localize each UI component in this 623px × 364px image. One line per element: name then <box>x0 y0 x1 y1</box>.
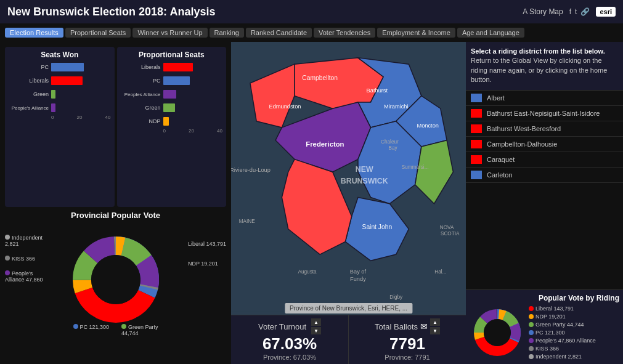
tab-election-results[interactable]: Election Results <box>5 28 63 38</box>
bar-row-green: Green <box>9 90 111 99</box>
svg-text:Saint John: Saint John <box>362 224 393 230</box>
pop-vote-area: Liberal 143,791 NDP 19,201 Green Party 4… <box>470 305 619 360</box>
label-liberal-right: Liberal 143,791 <box>188 241 226 247</box>
bar-container-green <box>51 90 111 99</box>
pop-vote-title: Popular Vote by Riding <box>470 294 619 302</box>
svg-text:Bay: Bay <box>388 145 397 151</box>
bar-label-peoples-alliance: People's Alliance <box>9 105 49 111</box>
riding-item-bathurst-west[interactable]: Bathurst West-Beresford <box>466 121 623 137</box>
tab-winner-runner-up[interactable]: Winner vs Runner Up <box>132 28 207 38</box>
svg-text:Hal...: Hal... <box>434 269 446 275</box>
left-panel: Seats Won PC Liberals <box>0 42 231 364</box>
scroll-up-btn[interactable]: ▲ ▼ <box>311 318 321 334</box>
legend-label-independent: Independent 2,821 <box>535 354 582 360</box>
legend-dot-peoples <box>529 338 534 343</box>
riding-item-carleton[interactable]: Carleton <box>466 168 623 183</box>
riding-instructions-normal: Return to the Global View by clicking on… <box>471 57 607 83</box>
tab-ranking[interactable]: Ranking <box>210 28 244 38</box>
svg-text:Campbellton: Campbellton <box>302 75 338 81</box>
bar-peoples-prop <box>163 90 177 99</box>
popular-vote-by-riding: Popular Vote by Riding Liberal 143,791 <box>466 289 623 364</box>
riding-item-albert[interactable]: Albert <box>466 91 623 106</box>
twitter-icon[interactable]: t <box>575 7 577 16</box>
proportional-seats-bars: Liberals PC Peoples Alliance <box>121 63 223 126</box>
bar-row-liberals: Liberals <box>9 76 111 85</box>
seats-won-title: Seats Won <box>9 51 111 59</box>
legend-dot-independent <box>529 354 534 359</box>
legend-label-ndp: NDP 19,201 <box>535 313 566 320</box>
svg-text:Moncton: Moncton <box>417 123 438 129</box>
header-right: A Story Map f t 🔗 esri <box>523 7 616 17</box>
pop-vote-donut <box>470 305 525 360</box>
bar-label-pc-prop: PC <box>121 78 161 84</box>
bar-label-green: Green <box>9 91 49 97</box>
charts-top: Seats Won PC Liberals <box>5 47 226 207</box>
legend-label-green: Green Party 44,744 <box>535 322 584 328</box>
legend-independent: Independent 2,821 <box>529 354 596 360</box>
map-area: ⌂ ⛶ ▦ Campbellton <box>231 42 466 364</box>
prop-axis-20: 20 <box>189 128 194 134</box>
svg-text:Bathurst: Bathurst <box>367 87 388 94</box>
bar-label-peoples-prop: Peoples Alliance <box>121 92 161 97</box>
map-bottom: Voter Turnout ▲ ▼ 67.03% Province: 67.03… <box>231 315 466 364</box>
riding-color-bathurst-west <box>471 124 482 133</box>
bar-row-green-prop: Green <box>121 103 223 112</box>
legend-peoples: People's 47,860 Alliance <box>529 338 596 344</box>
tab-age-language[interactable]: Age and Language <box>457 28 524 38</box>
tab-voter-tendencies[interactable]: Voter Tendencies <box>314 28 375 38</box>
pop-vote-legend: Liberal 143,791 NDP 19,201 Green Party 4… <box>529 305 596 360</box>
riding-name-caraquet: Caraquet <box>487 156 515 163</box>
prop-axis-40: 40 <box>217 128 222 134</box>
legend-dot-liberal <box>529 306 534 311</box>
legend-label-peoples: People's 47,860 Alliance <box>535 338 596 344</box>
header: New Brunswick Election 2018: Analysis A … <box>0 0 623 23</box>
bar-row-pc-prop: PC <box>121 76 223 85</box>
riding-instructions: Select a riding district from the list b… <box>466 42 623 91</box>
voter-turnout-value: 67.03% <box>263 334 317 354</box>
tab-employment-income[interactable]: Employment & Income <box>377 28 455 38</box>
right-panel: Select a riding district from the list b… <box>466 42 623 364</box>
riding-name-albert: Albert <box>487 94 505 102</box>
legend-pc: PC 121,300 <box>529 330 596 336</box>
page-title: New Brunswick Election 2018: Analysis <box>7 6 215 18</box>
bar-green-prop <box>163 103 175 112</box>
svg-text:Bay of: Bay of <box>350 269 367 275</box>
bar-row-peoples-prop: Peoples Alliance <box>121 90 223 99</box>
legend-dot-pc <box>529 330 534 335</box>
tab-ranked-candidate[interactable]: Ranked Candidate <box>246 28 312 38</box>
svg-text:Augusta: Augusta <box>298 269 317 275</box>
label-green-bottom: Green Party44,744 <box>121 324 158 336</box>
riding-name-carleton: Carleton <box>487 171 513 179</box>
riding-name-campbellton: Campbellton-Dalhousie <box>487 140 557 148</box>
svg-text:MAINE: MAINE <box>239 219 256 224</box>
riding-item-campbellton[interactable]: Campbellton-Dalhousie <box>466 137 623 152</box>
facebook-icon[interactable]: f <box>569 7 571 16</box>
seats-won-bars: PC Liberals Green <box>9 63 111 112</box>
voter-turnout-sub: Province: 67.03% <box>263 354 316 361</box>
map-svg: Campbellton Bathurst Edmundston Miramich… <box>231 42 466 315</box>
voter-turnout-box: Voter Turnout ▲ ▼ 67.03% Province: 67.03… <box>231 315 348 364</box>
link-icon[interactable]: 🔗 <box>580 7 590 16</box>
donut-labels-bottom: PC 121,300 Green Party44,744 <box>73 324 158 336</box>
scroll-up-btn2[interactable]: ▲ ▼ <box>430 318 440 334</box>
bar-container-pc-prop <box>163 76 223 85</box>
riding-item-caraquet[interactable]: Caraquet <box>466 152 623 168</box>
total-ballots-label: Total Ballots <box>375 322 418 331</box>
donut-labels-left: Independent2,821 KISS 366 People'sAllian… <box>5 222 43 283</box>
svg-text:Digby: Digby <box>389 294 403 300</box>
bar-green <box>51 90 55 99</box>
tab-proportional-seats[interactable]: Proportional Seats <box>65 28 131 38</box>
legend-dot-kiss <box>529 346 534 351</box>
nav-tabs: Election Results Proportional Seats Winn… <box>0 23 623 42</box>
legend-label-kiss: KISS 366 <box>535 346 559 352</box>
svg-point-6 <box>91 255 140 304</box>
bar-container-green-prop <box>163 103 223 112</box>
svg-text:Riviere-du-Loup: Riviere-du-Loup <box>231 167 271 173</box>
riding-item-bathurst-east[interactable]: Bathurst East-Nepisiguit-Saint-Isidore <box>466 106 623 121</box>
riding-color-carleton <box>471 171 482 179</box>
total-ballots-sub: Province: 7791 <box>385 354 430 361</box>
label-independent: Independent2,821 <box>5 235 43 247</box>
map-info-banner: Province of New Brunswick, Esri, HERE, .… <box>285 303 412 313</box>
bar-label-green-prop: Green <box>121 105 161 111</box>
bar-container-liberals <box>51 76 111 85</box>
